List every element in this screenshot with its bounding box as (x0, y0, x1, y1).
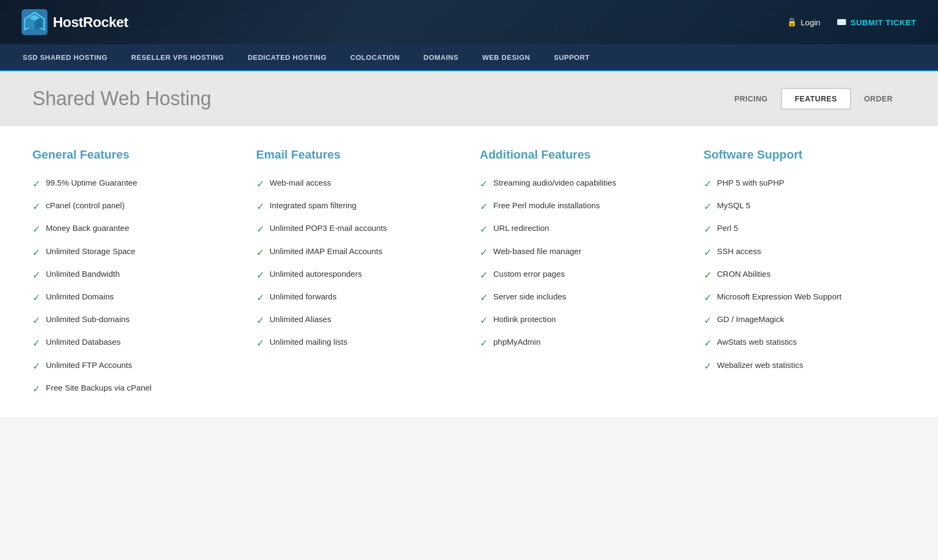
feature-col-2: Additional Features✓Streaming audio/vide… (480, 148, 682, 396)
checkmark-icon: ✓ (704, 223, 712, 236)
page-header: Shared Web Hosting PRICING FEATURES ORDE… (0, 71, 938, 126)
feature-item-text: Custom error pages (493, 268, 565, 279)
list-item: ✓Streaming audio/video capabilities (480, 177, 682, 191)
feature-item-text: Web-based file manager (493, 245, 581, 257)
features-content: General Features✓99.5% Uptime Guarantee✓… (0, 126, 938, 418)
feature-item-text: Unlimited forwards (270, 291, 337, 302)
list-item: ✓Unlimited Databases (32, 336, 235, 350)
logo-icon (22, 9, 47, 35)
nav-item-support[interactable]: SUPPORT (542, 44, 601, 71)
checkmark-icon: ✓ (704, 360, 712, 373)
feature-item-text: Webalizer web statistics (717, 359, 804, 371)
feature-heading-2: Additional Features (480, 148, 682, 162)
feature-list-3: ✓PHP 5 with suPHP✓MySQL 5✓Perl 5✓SSH acc… (704, 177, 906, 373)
list-item: ✓URL redirection (480, 222, 682, 236)
feature-item-text: Server side includes (493, 291, 566, 302)
checkmark-icon: ✓ (480, 246, 488, 259)
list-item: ✓CRON Abilities (704, 268, 906, 282)
nav-item-ssd-shared[interactable]: SSD SHARED HOSTING (11, 44, 119, 71)
page-title: Shared Web Hosting (32, 87, 212, 110)
feature-list-2: ✓Streaming audio/video capabilities✓Free… (480, 177, 682, 351)
feature-item-text: Unlimited iMAP Email Accounts (270, 245, 383, 257)
checkmark-icon: ✓ (480, 314, 488, 327)
checkmark-icon: ✓ (256, 177, 264, 191)
nav-item-dedicated[interactable]: DEDICATED HOSTING (236, 44, 338, 71)
feature-item-text: Free Site Backups via cPanel (46, 382, 152, 393)
list-item: ✓99.5% Uptime Guarantee (32, 177, 235, 191)
feature-item-text: Unlimited Sub-domains (46, 313, 130, 325)
ticket-icon: ✉️ (837, 17, 847, 27)
logo-area: HostRocket (22, 9, 128, 35)
feature-item-text: Integrated spam filtering (270, 200, 357, 211)
header-actions: 🔒 Login ✉️ SUBMIT TICKET (787, 17, 916, 27)
checkmark-icon: ✓ (256, 291, 264, 305)
checkmark-icon: ✓ (704, 246, 712, 259)
list-item: ✓phpMyAdmin (480, 336, 682, 350)
list-item: ✓Perl 5 (704, 222, 906, 236)
list-item: ✓Free Perl module installations (480, 200, 682, 214)
feature-item-text: Unlimited FTP Accounts (46, 359, 132, 371)
list-item: ✓Unlimited Sub-domains (32, 313, 235, 327)
nav-item-domains[interactable]: DOMAINS (412, 44, 471, 71)
list-item: ✓Unlimited Bandwidth (32, 268, 235, 282)
checkmark-icon: ✓ (704, 177, 712, 191)
list-item: ✓Unlimited Storage Space (32, 245, 235, 259)
feature-item-text: MySQL 5 (717, 200, 751, 211)
feature-item-text: Web-mail access (270, 177, 331, 188)
list-item: ✓Hotlink protection (480, 313, 682, 327)
list-item: ✓Unlimited mailing lists (256, 336, 459, 350)
feature-item-text: Unlimited Storage Space (46, 245, 135, 257)
feature-item-text: Unlimited Databases (46, 336, 120, 347)
list-item: ✓GD / ImageMagick (704, 313, 906, 327)
feature-item-text: GD / ImageMagick (717, 313, 784, 325)
list-item: ✓cPanel (control panel) (32, 200, 235, 214)
checkmark-icon: ✓ (704, 314, 712, 327)
feature-heading-3: Software Support (704, 148, 906, 162)
list-item: ✓Integrated spam filtering (256, 200, 459, 214)
list-item: ✓Unlimited Aliases (256, 313, 459, 327)
feature-item-text: Unlimited POP3 E-mail accounts (270, 222, 388, 234)
feature-item-text: Unlimited autoresponders (270, 268, 362, 279)
feature-col-1: Email Features✓Web-mail access✓Integrate… (256, 148, 459, 396)
checkmark-icon: ✓ (256, 223, 264, 236)
feature-item-text: Free Perl module installations (493, 200, 600, 211)
checkmark-icon: ✓ (256, 314, 264, 327)
logo-text: HostRocket (53, 14, 128, 31)
checkmark-icon: ✓ (256, 337, 264, 350)
list-item: ✓Webalizer web statistics (704, 359, 906, 373)
checkmark-icon: ✓ (480, 269, 488, 282)
list-item: ✓Unlimited iMAP Email Accounts (256, 245, 459, 259)
list-item: ✓Web-mail access (256, 177, 459, 191)
feature-item-text: CRON Abilities (717, 268, 771, 279)
login-link[interactable]: 🔒 Login (787, 17, 820, 27)
feature-col-3: Software Support✓PHP 5 with suPHP✓MySQL … (704, 148, 906, 396)
list-item: ✓MySQL 5 (704, 200, 906, 214)
feature-item-text: Streaming audio/video capabilities (493, 177, 616, 188)
feature-item-text: Perl 5 (717, 222, 738, 234)
feature-item-text: PHP 5 with suPHP (717, 177, 785, 188)
lock-icon: 🔒 (787, 17, 797, 27)
checkmark-icon: ✓ (32, 337, 40, 350)
checkmark-icon: ✓ (256, 246, 264, 259)
main-nav: SSD SHARED HOSTING RESELLER VPS HOSTING … (0, 44, 938, 71)
checkmark-icon: ✓ (480, 177, 488, 191)
nav-item-reseller-vps[interactable]: RESELLER VPS HOSTING (119, 44, 236, 71)
tab-pricing[interactable]: PRICING (722, 89, 781, 108)
list-item: ✓Free Site Backups via cPanel (32, 382, 235, 396)
checkmark-icon: ✓ (32, 246, 40, 259)
tab-order[interactable]: ORDER (851, 89, 906, 108)
feature-heading-0: General Features (32, 148, 235, 162)
feature-item-text: cPanel (control panel) (46, 200, 125, 211)
list-item: ✓Unlimited POP3 E-mail accounts (256, 222, 459, 236)
features-grid: General Features✓99.5% Uptime Guarantee✓… (32, 148, 906, 396)
submit-ticket-link[interactable]: ✉️ SUBMIT TICKET (837, 17, 916, 27)
feature-item-text: 99.5% Uptime Guarantee (46, 177, 137, 188)
nav-item-colocation[interactable]: COLOCATION (338, 44, 411, 71)
nav-item-web-design[interactable]: WEB DESIGN (470, 44, 542, 71)
feature-item-text: Hotlink protection (493, 313, 556, 325)
site-header: HostRocket 🔒 Login ✉️ SUBMIT TICKET (0, 0, 938, 44)
feature-item-text: URL redirection (493, 222, 549, 234)
tab-features[interactable]: FEATURES (781, 88, 851, 110)
list-item: ✓Microsoft Expression Web Support (704, 291, 906, 305)
list-item: ✓Server side includes (480, 291, 682, 305)
